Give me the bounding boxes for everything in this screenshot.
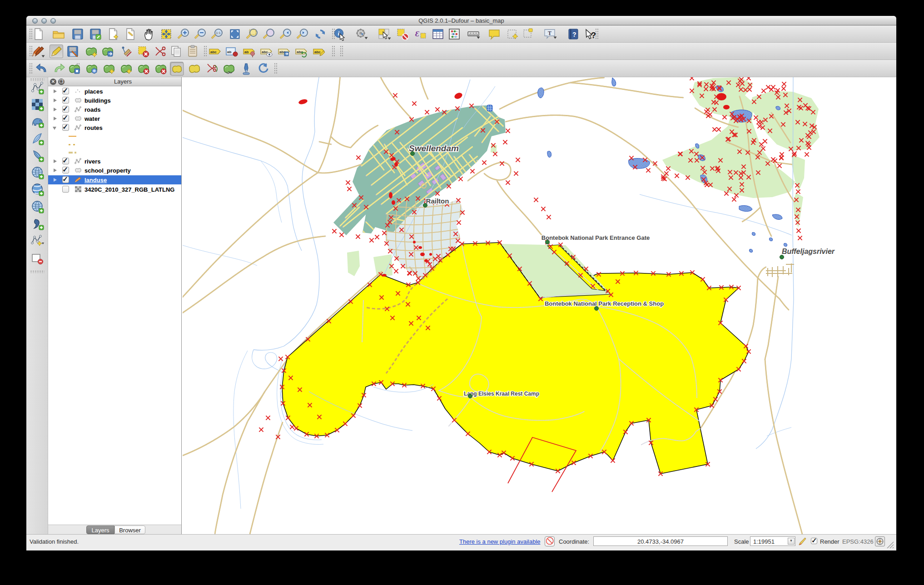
svg-text:Bontebok National Park Recepti: Bontebok National Park Reception & Shop (545, 300, 664, 307)
svg-text:?: ? (591, 31, 596, 40)
svg-text:ab: ab (244, 50, 248, 54)
svg-text:i: i (338, 30, 340, 37)
svg-text:abc: abc (314, 50, 321, 54)
svg-text:Swellendam: Swellendam (409, 144, 459, 153)
svg-text:T: T (548, 30, 551, 36)
svg-text:Lang Elsies Kraal Rest Camp: Lang Elsies Kraal Rest Camp (464, 391, 539, 397)
svg-text:Railton: Railton (426, 197, 449, 205)
svg-text:?: ? (572, 31, 576, 38)
svg-text:ab: ab (227, 50, 231, 54)
svg-text:Ɛ: Ɛ (415, 30, 419, 38)
svg-text:Buffeljagsrivier: Buffeljagsrivier (782, 248, 835, 255)
svg-text:abc: abc (210, 50, 217, 54)
svg-text:Bontebok National Park Entranc: Bontebok National Park Entrance Gate (541, 234, 650, 241)
svg-text:1:1: 1:1 (216, 31, 221, 35)
